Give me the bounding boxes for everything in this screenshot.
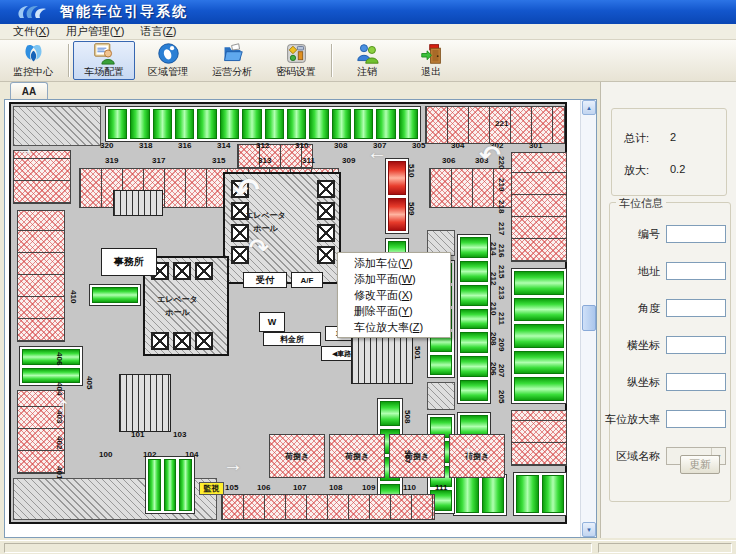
- spot-number-label: 501: [413, 346, 421, 359]
- reserved-spot-area: [511, 410, 567, 466]
- spot-number-label: 306: [442, 157, 455, 165]
- spot-number-label: 311: [302, 157, 315, 165]
- scroll-up-icon[interactable]: ▲: [582, 100, 596, 115]
- stairs: [113, 190, 163, 216]
- field-label-y-coordinate: 纵坐标: [627, 375, 660, 390]
- toolbar-label: 监控中心: [13, 65, 53, 79]
- room: 受付: [243, 272, 287, 288]
- map-vertical-scrollbar[interactable]: ▲ ▼: [580, 100, 596, 537]
- angle-field[interactable]: [666, 299, 726, 317]
- parking-spot-group: [89, 284, 141, 306]
- exit-button[interactable]: 退出: [400, 41, 462, 80]
- update-button[interactable]: 更新: [680, 455, 720, 474]
- spot-number-label: 318: [139, 142, 152, 150]
- spot-number-label: 320: [100, 142, 113, 150]
- context-menu-item-add-plane[interactable]: 添加平面W: [338, 271, 450, 287]
- logout-icon: [355, 42, 380, 65]
- zoom-value: 0.2: [670, 163, 685, 175]
- spot-number-label: 319: [105, 157, 118, 165]
- spot-number-label: 508: [403, 410, 411, 423]
- spot-number-label: 316: [178, 142, 191, 150]
- number-field[interactable]: [666, 225, 726, 243]
- spot-number-label: 510: [407, 164, 415, 177]
- spot-number-label: 213: [497, 286, 505, 299]
- spot-number-label: 221: [495, 120, 508, 128]
- spot-number-label: 100: [99, 451, 112, 459]
- area-management-button[interactable]: 区域管理: [137, 41, 199, 80]
- spot-number-label: 110: [403, 484, 416, 492]
- context-menu-item-spot-zoom[interactable]: 车位放大率Z: [338, 319, 450, 335]
- app-logo: [14, 3, 50, 21]
- spot-number-label: 209: [497, 338, 505, 351]
- y-coordinate-field[interactable]: [666, 373, 726, 391]
- stats-groupbox: 总计: 2 放大: 0.2: [611, 108, 727, 196]
- map-body: 221エレベータ ホールエレベータ ホール事務所410411受付A/FW料金所車…: [4, 99, 597, 538]
- spot-number-label: 305: [412, 142, 425, 150]
- monitor-center-icon: [21, 42, 46, 65]
- spot-number-label: 102: [143, 451, 156, 459]
- spot-number-label: 312: [256, 142, 269, 150]
- reserved-spot-area: [221, 494, 435, 520]
- logout-button[interactable]: 注销: [336, 41, 398, 80]
- hatched-area: [427, 382, 455, 410]
- toolbar-separator: [331, 44, 332, 77]
- area-text-label: エレベータ ホール: [157, 294, 198, 320]
- operation-analysis-icon: [220, 42, 245, 65]
- menu-file[interactable]: 文件X: [6, 23, 57, 40]
- parking-spot-group: [511, 268, 567, 404]
- context-menu: 添加车位V 添加平面W 修改平面X 删除平面Y 车位放大率Z: [337, 252, 451, 338]
- spot-number-label: 104: [185, 451, 198, 459]
- spot-number-label: 212: [489, 272, 497, 285]
- menu-language[interactable]: 语言Z: [133, 23, 183, 40]
- context-menu-item-add-spot[interactable]: 添加车位V: [338, 255, 450, 271]
- spot-number-label: 410: [69, 290, 77, 303]
- parking-spot-group: [105, 106, 421, 142]
- zoom-label: 放大:: [624, 163, 649, 178]
- traffic-arrow: ↑: [463, 442, 473, 462]
- traffic-arrow: ↑: [57, 392, 70, 418]
- loading-bay: 荷捌き: [389, 434, 445, 478]
- operation-analysis-button[interactable]: 运营分析: [201, 41, 263, 80]
- spot-zoom-rate-field[interactable]: [666, 410, 726, 428]
- spot-number-label: 219: [497, 178, 505, 191]
- spot-number-label: 405: [85, 376, 93, 389]
- password-settings-button[interactable]: 密码设置: [265, 41, 327, 80]
- spot-info-groupbox: 车位信息 编号 地址 角度 横坐标 纵坐标 车位放大率 区域名称 ▾: [609, 202, 731, 502]
- parking-spot-group: [145, 456, 195, 514]
- reserved-spot-area: [429, 168, 523, 208]
- spot-number-label: 214: [489, 242, 497, 255]
- scrollbar-thumb[interactable]: [582, 305, 596, 331]
- tab-aa[interactable]: AA: [10, 82, 48, 99]
- spot-number-label: 101: [131, 431, 144, 439]
- loading-bay: 荷捌き: [329, 434, 385, 478]
- menu-user-management[interactable]: 用户管理Y: [59, 23, 132, 40]
- address-field[interactable]: [666, 262, 726, 280]
- context-menu-item-delete-plane[interactable]: 删除平面Y: [338, 303, 450, 319]
- floor-plan-canvas[interactable]: 221エレベータ ホールエレベータ ホール事務所410411受付A/FW料金所車…: [5, 100, 580, 537]
- spot-number-label: 111: [435, 484, 447, 492]
- parking-spot-group: [453, 474, 507, 516]
- spot-number-label: 205: [497, 390, 505, 403]
- monitor-center-button[interactable]: 监控中心: [2, 41, 64, 80]
- field-label-number: 编号: [638, 227, 660, 242]
- lot-config-button[interactable]: 车场配置: [73, 41, 135, 80]
- room: 料金所: [263, 332, 321, 346]
- room: W: [259, 312, 285, 332]
- spot-number-label: 106: [257, 484, 270, 492]
- x-coordinate-field[interactable]: [666, 336, 726, 354]
- occupied-spot-group: [385, 158, 409, 234]
- scroll-down-icon[interactable]: ▼: [582, 522, 596, 537]
- spot-number-label: 210: [489, 302, 497, 315]
- toolbar-label: 退出: [421, 65, 441, 79]
- spot-number-label: 308: [334, 142, 347, 150]
- toolbar-label: 运营分析: [212, 65, 252, 79]
- area-text-label: エレベータ ホール: [245, 210, 286, 236]
- spot-number-label: 105: [225, 484, 238, 492]
- lot-config-icon: [92, 42, 117, 65]
- toolbar-separator: [68, 44, 69, 77]
- context-menu-item-modify-plane[interactable]: 修改平面X: [338, 287, 450, 303]
- spot-number-label: 103: [173, 431, 186, 439]
- loading-bay: 荷捌き: [449, 434, 505, 478]
- spot-number-label: 109: [362, 484, 375, 492]
- traffic-arrow: ↶: [233, 174, 260, 206]
